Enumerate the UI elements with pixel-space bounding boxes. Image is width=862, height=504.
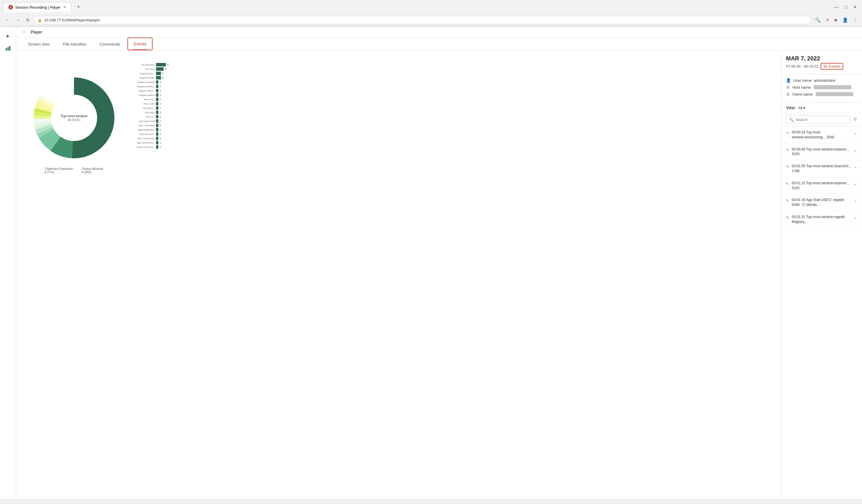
donut-center-label: Top-most window 46 (51%) [61, 114, 88, 122]
bar-row-11: Registry affects 1 [132, 93, 270, 97]
tab-title: Session Recording | Player [15, 5, 61, 10]
event-item-4[interactable]: ↖ 00:01:16 App Start:10072: regedit; 629… [781, 194, 862, 211]
session-date: MAR 7, 2022 [786, 55, 857, 62]
cursor-icon: ↖ [786, 148, 789, 152]
view-dropdown[interactable]: All ▾ [798, 106, 805, 110]
top-nav: ← Player [16, 27, 862, 38]
chart-container: Top-most window 46 (51%) Clipboard Opera… [22, 56, 775, 189]
bar-row-23: Client-in Remov... 1 [132, 145, 270, 149]
tab-navigation: Screen time File transfers Commands Even… [16, 38, 862, 51]
bar-row-4: File transfers 4 [132, 63, 270, 66]
bar-row-17: New App Install 1 [132, 119, 270, 123]
bar-chart-horizontal: Top-most window Popup Window 8 [132, 62, 770, 177]
play-icon: ▶ [6, 34, 10, 38]
hostname-label: Host name: [792, 85, 811, 90]
username-text: User name: administrator [793, 78, 835, 83]
donut-bottom-labels: Clipboard Operation 6 (7%) Popup Window … [45, 167, 103, 174]
sidebar-stats-button[interactable] [2, 43, 14, 54]
tab-events[interactable]: Events [128, 38, 153, 50]
bar-row-20: User Account... 1 [132, 132, 270, 136]
search-filter-row: 🔍 [781, 113, 862, 127]
bar-row-10: Registry affect... 1 [132, 89, 270, 92]
expand-icon-5[interactable]: ⌄ [854, 215, 857, 220]
reload-button[interactable]: ↻ [24, 16, 31, 24]
browser-chrome: C Session Recording | Player ✕ + — □ ✕ ←… [0, 0, 862, 27]
session-info: 👤 User name: administrator 🖥 Host name: … [781, 75, 862, 103]
tab-file-transfers[interactable]: File transfers [57, 38, 92, 50]
donut-chart-section: Top-most window 46 (51%) Clipboard Opera… [28, 71, 120, 174]
client-icon: 🖥 [786, 92, 790, 96]
content-area: Top-most window 46 (51%) Clipboard Opera… [16, 51, 862, 499]
search-input[interactable] [796, 118, 847, 122]
address-bar: ← → ↻ 🔒 10.108.77.51/WebPlayer/#/player … [0, 14, 862, 26]
back-button[interactable]: ← [22, 29, 27, 35]
expand-icon-0[interactable]: ⌄ [854, 130, 857, 135]
tab-commands[interactable]: Commands [94, 38, 127, 50]
url-bar[interactable]: 🔒 10.108.77.51/WebPlayer/#/player [34, 16, 811, 24]
bar-row-22: App Not Remov... 1 [132, 141, 270, 144]
player-label: Player [31, 30, 42, 35]
search-icon: 🔍 [789, 118, 794, 122]
right-panel: MAR 7, 2022 07:56:39 · 00:19:22 91 Event… [781, 51, 862, 499]
bar-row-19: App Modification 1 [132, 128, 270, 131]
tab-favicon: C [8, 5, 13, 10]
event-item-0[interactable]: ↖ 00:00:24 Top-most window:sessionmsg, ,… [781, 127, 862, 144]
tab-screen-time[interactable]: Screen time [22, 38, 56, 50]
event-text-1: 00:00:49 Top-most window:explorer, , 510… [792, 147, 851, 157]
event-item-5[interactable]: ↖ 00:01:32 Top-most window:regedit, Regi… [781, 211, 862, 228]
bar-row-15: File Move 1 [132, 111, 270, 114]
url-text: 10.108.77.51/WebPlayer/#/player [44, 18, 100, 22]
forward-nav-button[interactable]: → [14, 16, 22, 24]
profile-button[interactable]: 👤 [841, 16, 849, 24]
bar-chart-section: Top-most window Popup Window 8 [132, 62, 770, 183]
stats-icon [5, 45, 11, 52]
tab-close-button[interactable]: ✕ [63, 5, 66, 10]
sidebar-play-button[interactable]: ▶ [2, 30, 14, 42]
minimize-button[interactable]: — [832, 4, 840, 10]
zoom-button[interactable]: 🔍 [814, 16, 822, 24]
bar-row-12: Web Cro... 1 [132, 98, 270, 101]
clientname-value [816, 92, 853, 96]
bars-container: Top-most window Popup Window 8 [132, 62, 270, 149]
donut-chart: Top-most window 46 (51%) [28, 71, 120, 164]
menu-button[interactable]: ⋮ [852, 16, 859, 24]
svg-rect-2 [9, 46, 10, 51]
session-header: MAR 7, 2022 07:56:39 · 00:19:22 91 Event… [781, 51, 862, 75]
bar-row-6: Registry App... 2 [132, 71, 270, 75]
event-text-4: 00:01:16 App Start:10072: regedit; 6296:… [792, 198, 851, 207]
filter-button[interactable] [853, 117, 857, 123]
expand-icon-2[interactable]: ⌄ [854, 164, 857, 169]
cursor-icon: ↖ [786, 164, 789, 169]
event-text-0: 00:00:24 Top-most window:sessionmsg, , 2… [792, 130, 851, 140]
share-button[interactable]: ↗ [824, 16, 830, 24]
expand-icon-4[interactable]: ⌄ [854, 198, 857, 203]
events-badge: 91 Events [821, 63, 843, 70]
event-text-3: 00:01:15 Top-most window:explorer, , 510… [792, 181, 851, 191]
search-box[interactable]: 🔍 [786, 116, 850, 124]
expand-icon-3[interactable]: ⌄ [854, 181, 857, 186]
chart-area: Top-most window 46 (51%) Clipboard Opera… [16, 51, 781, 499]
bookmark-button[interactable]: ★ [833, 16, 839, 24]
maximize-button[interactable]: □ [843, 4, 849, 10]
window-controls: — □ ✕ [832, 4, 859, 10]
expand-icon-1[interactable]: ⌄ [854, 147, 857, 152]
event-item-2[interactable]: ↖ 00:01:05 Top-most window:SearchUI, , 1… [781, 160, 862, 177]
bar-row-18: App Uninstalled 1 [132, 124, 270, 127]
event-item-3[interactable]: ↖ 00:01:15 Top-most window:explorer, , 5… [781, 177, 862, 194]
event-item-1[interactable]: ↖ 00:00:49 Top-most window:explorer, , 5… [781, 144, 862, 161]
close-button[interactable]: ✕ [851, 4, 859, 10]
chevron-down-icon: ▾ [804, 106, 805, 110]
svg-rect-1 [8, 47, 9, 51]
hostname-value [814, 85, 851, 89]
bar-row-8: Registry rename 1 [132, 80, 270, 84]
back-nav-button[interactable]: ← [3, 16, 12, 24]
bar-row-14: File Move... 1 [132, 106, 270, 110]
view-filter-row: View: All ▾ [781, 103, 862, 113]
cursor-icon: ↖ [786, 198, 789, 203]
user-icon: 👤 [786, 78, 791, 83]
browser-tab[interactable]: C Session Recording | Player ✕ [3, 2, 71, 12]
new-tab-button[interactable]: + [74, 2, 84, 12]
bar-row-5: First view 3 [132, 67, 270, 71]
label-popup: Popup Window 8 (9%) [82, 167, 103, 174]
clientname-row: 🖥 Client name: [786, 92, 857, 96]
